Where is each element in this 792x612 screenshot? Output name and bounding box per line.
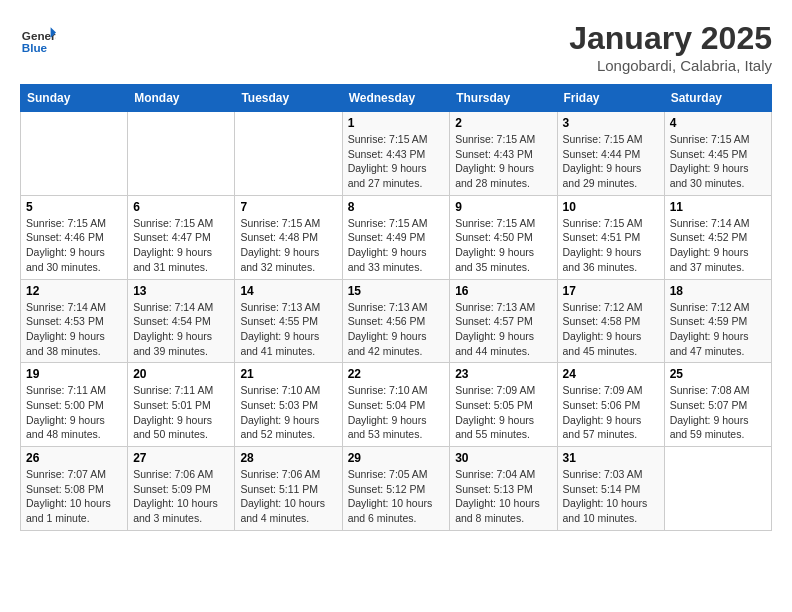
logo-icon: General Blue — [20, 20, 56, 56]
day-info: Sunrise: 7:15 AM Sunset: 4:51 PM Dayligh… — [563, 216, 659, 275]
weekday-header-monday: Monday — [128, 85, 235, 112]
day-info: Sunrise: 7:11 AM Sunset: 5:01 PM Dayligh… — [133, 383, 229, 442]
calendar-cell: 17Sunrise: 7:12 AM Sunset: 4:58 PM Dayli… — [557, 279, 664, 363]
calendar-cell: 31Sunrise: 7:03 AM Sunset: 5:14 PM Dayli… — [557, 447, 664, 531]
day-info: Sunrise: 7:15 AM Sunset: 4:47 PM Dayligh… — [133, 216, 229, 275]
day-number: 26 — [26, 451, 122, 465]
day-info: Sunrise: 7:13 AM Sunset: 4:55 PM Dayligh… — [240, 300, 336, 359]
calendar-cell: 19Sunrise: 7:11 AM Sunset: 5:00 PM Dayli… — [21, 363, 128, 447]
day-number: 27 — [133, 451, 229, 465]
day-number: 1 — [348, 116, 445, 130]
day-number: 9 — [455, 200, 551, 214]
day-info: Sunrise: 7:14 AM Sunset: 4:53 PM Dayligh… — [26, 300, 122, 359]
calendar-cell: 5Sunrise: 7:15 AM Sunset: 4:46 PM Daylig… — [21, 195, 128, 279]
day-number: 5 — [26, 200, 122, 214]
calendar-cell: 15Sunrise: 7:13 AM Sunset: 4:56 PM Dayli… — [342, 279, 450, 363]
calendar-cell: 14Sunrise: 7:13 AM Sunset: 4:55 PM Dayli… — [235, 279, 342, 363]
calendar-cell: 1Sunrise: 7:15 AM Sunset: 4:43 PM Daylig… — [342, 112, 450, 196]
calendar-cell: 21Sunrise: 7:10 AM Sunset: 5:03 PM Dayli… — [235, 363, 342, 447]
day-number: 16 — [455, 284, 551, 298]
day-number: 3 — [563, 116, 659, 130]
day-info: Sunrise: 7:15 AM Sunset: 4:50 PM Dayligh… — [455, 216, 551, 275]
calendar-cell: 8Sunrise: 7:15 AM Sunset: 4:49 PM Daylig… — [342, 195, 450, 279]
weekday-header-tuesday: Tuesday — [235, 85, 342, 112]
calendar-cell — [128, 112, 235, 196]
calendar-cell — [21, 112, 128, 196]
calendar-cell: 28Sunrise: 7:06 AM Sunset: 5:11 PM Dayli… — [235, 447, 342, 531]
day-info: Sunrise: 7:06 AM Sunset: 5:09 PM Dayligh… — [133, 467, 229, 526]
day-info: Sunrise: 7:15 AM Sunset: 4:45 PM Dayligh… — [670, 132, 766, 191]
day-info: Sunrise: 7:13 AM Sunset: 4:57 PM Dayligh… — [455, 300, 551, 359]
calendar-cell: 23Sunrise: 7:09 AM Sunset: 5:05 PM Dayli… — [450, 363, 557, 447]
day-number: 12 — [26, 284, 122, 298]
month-title: January 2025 — [569, 20, 772, 57]
day-info: Sunrise: 7:15 AM Sunset: 4:43 PM Dayligh… — [348, 132, 445, 191]
calendar-cell: 27Sunrise: 7:06 AM Sunset: 5:09 PM Dayli… — [128, 447, 235, 531]
location: Longobardi, Calabria, Italy — [569, 57, 772, 74]
day-number: 24 — [563, 367, 659, 381]
day-info: Sunrise: 7:15 AM Sunset: 4:46 PM Dayligh… — [26, 216, 122, 275]
weekday-header-thursday: Thursday — [450, 85, 557, 112]
day-info: Sunrise: 7:04 AM Sunset: 5:13 PM Dayligh… — [455, 467, 551, 526]
day-info: Sunrise: 7:09 AM Sunset: 5:06 PM Dayligh… — [563, 383, 659, 442]
weekday-header-sunday: Sunday — [21, 85, 128, 112]
calendar-cell: 22Sunrise: 7:10 AM Sunset: 5:04 PM Dayli… — [342, 363, 450, 447]
day-number: 6 — [133, 200, 229, 214]
day-info: Sunrise: 7:15 AM Sunset: 4:44 PM Dayligh… — [563, 132, 659, 191]
calendar-cell: 13Sunrise: 7:14 AM Sunset: 4:54 PM Dayli… — [128, 279, 235, 363]
day-info: Sunrise: 7:07 AM Sunset: 5:08 PM Dayligh… — [26, 467, 122, 526]
day-number: 17 — [563, 284, 659, 298]
logo: General Blue — [20, 20, 56, 56]
day-number: 10 — [563, 200, 659, 214]
calendar-week-3: 12Sunrise: 7:14 AM Sunset: 4:53 PM Dayli… — [21, 279, 772, 363]
day-number: 25 — [670, 367, 766, 381]
calendar-week-2: 5Sunrise: 7:15 AM Sunset: 4:46 PM Daylig… — [21, 195, 772, 279]
day-number: 19 — [26, 367, 122, 381]
calendar-cell: 3Sunrise: 7:15 AM Sunset: 4:44 PM Daylig… — [557, 112, 664, 196]
calendar-cell: 30Sunrise: 7:04 AM Sunset: 5:13 PM Dayli… — [450, 447, 557, 531]
day-info: Sunrise: 7:12 AM Sunset: 4:59 PM Dayligh… — [670, 300, 766, 359]
day-info: Sunrise: 7:15 AM Sunset: 4:49 PM Dayligh… — [348, 216, 445, 275]
calendar-week-1: 1Sunrise: 7:15 AM Sunset: 4:43 PM Daylig… — [21, 112, 772, 196]
day-info: Sunrise: 7:14 AM Sunset: 4:54 PM Dayligh… — [133, 300, 229, 359]
day-number: 15 — [348, 284, 445, 298]
calendar-cell: 24Sunrise: 7:09 AM Sunset: 5:06 PM Dayli… — [557, 363, 664, 447]
day-number: 18 — [670, 284, 766, 298]
svg-text:Blue: Blue — [22, 41, 48, 54]
calendar-cell — [235, 112, 342, 196]
day-info: Sunrise: 7:08 AM Sunset: 5:07 PM Dayligh… — [670, 383, 766, 442]
day-number: 21 — [240, 367, 336, 381]
calendar-cell: 12Sunrise: 7:14 AM Sunset: 4:53 PM Dayli… — [21, 279, 128, 363]
calendar-cell: 7Sunrise: 7:15 AM Sunset: 4:48 PM Daylig… — [235, 195, 342, 279]
day-info: Sunrise: 7:11 AM Sunset: 5:00 PM Dayligh… — [26, 383, 122, 442]
day-number: 13 — [133, 284, 229, 298]
day-number: 14 — [240, 284, 336, 298]
weekday-header-saturday: Saturday — [664, 85, 771, 112]
day-number: 20 — [133, 367, 229, 381]
weekday-header-friday: Friday — [557, 85, 664, 112]
calendar-cell: 16Sunrise: 7:13 AM Sunset: 4:57 PM Dayli… — [450, 279, 557, 363]
title-block: January 2025 Longobardi, Calabria, Italy — [569, 20, 772, 74]
day-info: Sunrise: 7:10 AM Sunset: 5:03 PM Dayligh… — [240, 383, 336, 442]
day-number: 28 — [240, 451, 336, 465]
day-number: 23 — [455, 367, 551, 381]
calendar-week-5: 26Sunrise: 7:07 AM Sunset: 5:08 PM Dayli… — [21, 447, 772, 531]
weekday-header-wednesday: Wednesday — [342, 85, 450, 112]
day-info: Sunrise: 7:15 AM Sunset: 4:43 PM Dayligh… — [455, 132, 551, 191]
calendar-cell: 25Sunrise: 7:08 AM Sunset: 5:07 PM Dayli… — [664, 363, 771, 447]
day-info: Sunrise: 7:14 AM Sunset: 4:52 PM Dayligh… — [670, 216, 766, 275]
day-number: 8 — [348, 200, 445, 214]
day-info: Sunrise: 7:09 AM Sunset: 5:05 PM Dayligh… — [455, 383, 551, 442]
day-number: 7 — [240, 200, 336, 214]
calendar-cell: 9Sunrise: 7:15 AM Sunset: 4:50 PM Daylig… — [450, 195, 557, 279]
calendar-cell: 11Sunrise: 7:14 AM Sunset: 4:52 PM Dayli… — [664, 195, 771, 279]
day-info: Sunrise: 7:10 AM Sunset: 5:04 PM Dayligh… — [348, 383, 445, 442]
day-number: 30 — [455, 451, 551, 465]
day-number: 2 — [455, 116, 551, 130]
day-number: 31 — [563, 451, 659, 465]
calendar-cell: 2Sunrise: 7:15 AM Sunset: 4:43 PM Daylig… — [450, 112, 557, 196]
calendar-cell: 18Sunrise: 7:12 AM Sunset: 4:59 PM Dayli… — [664, 279, 771, 363]
day-info: Sunrise: 7:03 AM Sunset: 5:14 PM Dayligh… — [563, 467, 659, 526]
calendar-cell: 6Sunrise: 7:15 AM Sunset: 4:47 PM Daylig… — [128, 195, 235, 279]
day-info: Sunrise: 7:15 AM Sunset: 4:48 PM Dayligh… — [240, 216, 336, 275]
